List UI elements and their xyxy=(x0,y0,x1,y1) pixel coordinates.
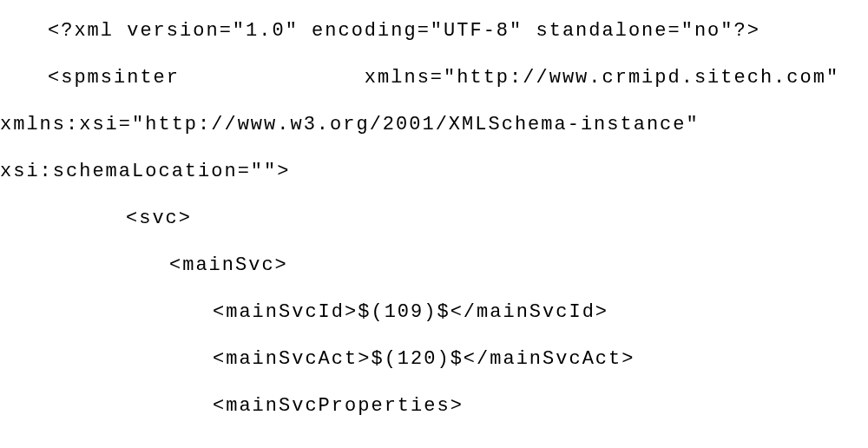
schema-location: xsi:schemaLocation=""> xyxy=(0,162,868,181)
mainsvcact: <mainSvcAct>$(120)$</mainSvcAct> xyxy=(0,350,868,369)
spmsinter-open: <spmsinter xmlns="http://www.crmipd.site… xyxy=(0,69,868,88)
mainsvcid: <mainSvcId>$(109)$</mainSvcId> xyxy=(0,303,868,322)
xmlns-xsi: xmlns:xsi="http://www.w3.org/2001/XMLSch… xyxy=(0,115,868,135)
xml-declaration: <?xml version="1.0" encoding="UTF-8" sta… xyxy=(0,22,868,41)
svc-open: <svc> xyxy=(0,209,868,228)
mainsvc-open: <mainSvc> xyxy=(0,256,868,275)
mainsvcproperties: <mainSvcProperties> xyxy=(0,397,868,416)
